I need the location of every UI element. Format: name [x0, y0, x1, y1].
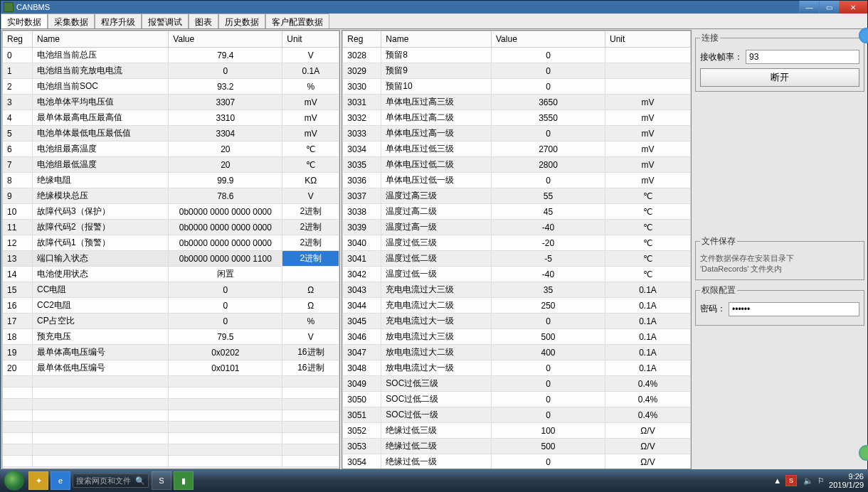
table-row[interactable]: 3034单体电压过低三级2700mV — [343, 141, 691, 157]
disconnect-button[interactable]: 断开 — [700, 68, 859, 87]
tray-icon[interactable]: 🔈 — [803, 476, 813, 486]
table-row[interactable]: 3047放电电流过大二级4000.1A — [343, 345, 691, 360]
table-row-empty[interactable] — [3, 410, 339, 422]
col-value[interactable]: Value — [492, 31, 605, 48]
system-tray[interactable]: ▲ S 🔈 ⚐ 9:26 2019/1/29 — [773, 472, 864, 489]
table-row-empty[interactable] — [3, 456, 339, 467]
table-row-empty[interactable] — [3, 422, 339, 433]
table-row[interactable]: 17CP占空比0% — [3, 314, 339, 329]
col-unit[interactable]: Unit — [282, 31, 339, 48]
close-button[interactable]: ✕ — [839, 1, 867, 14]
pwd-input[interactable] — [729, 302, 859, 316]
table-row[interactable]: 9绝缘模块总压78.6V — [3, 188, 339, 204]
col-unit[interactable]: Unit — [605, 31, 691, 48]
taskbar-app-green[interactable]: ▮ — [174, 471, 194, 490]
tray-icon[interactable]: ▲ — [773, 476, 781, 485]
connection-legend: 连接 — [700, 32, 720, 44]
col-value[interactable]: Value — [169, 31, 282, 48]
table-row[interactable]: 3051SOC过低一级00.4% — [343, 407, 691, 423]
right-grid[interactable]: Reg Name Value Unit 3028预留803029预留903030… — [342, 31, 691, 469]
left-grid[interactable]: Reg Name Value Unit 0电池组当前总压79.4V1电池组当前充… — [2, 31, 339, 469]
table-row[interactable]: 3039温度过高一级-40℃ — [343, 220, 691, 235]
table-row-empty[interactable] — [3, 433, 339, 444]
table-row-empty[interactable] — [3, 444, 339, 456]
col-name[interactable]: Name — [33, 31, 169, 48]
table-row[interactable]: 8绝缘电阻99.9KΩ — [3, 173, 339, 188]
col-reg[interactable]: Reg — [3, 31, 33, 48]
table-row[interactable]: 3049SOC过低三级00.4% — [343, 376, 691, 392]
table-row[interactable]: 0电池组当前总压79.4V — [3, 48, 339, 63]
tray-icon-red[interactable]: S — [785, 475, 797, 486]
table-row[interactable]: 12故障代码1（预警）0b0000 0000 0000 00002进制 — [3, 235, 339, 251]
tab-5[interactable]: 历史数据 — [218, 14, 265, 28]
table-row[interactable]: 3035单体电压过低二级2800mV — [343, 157, 691, 173]
rate-label: 接收帧率： — [700, 51, 743, 63]
filesave-note2: 'DataRecords' 文件夹内 — [700, 264, 859, 274]
rate-input[interactable] — [746, 50, 859, 64]
table-row-empty[interactable] — [3, 387, 339, 399]
left-grid-scroll[interactable]: Reg Name Value Unit 0电池组当前总压79.4V1电池组当前充… — [2, 31, 339, 469]
tab-0[interactable]: 实时数据 — [1, 14, 48, 28]
table-row[interactable]: 3052绝缘过低三级100Ω/V — [343, 423, 691, 439]
table-row[interactable]: 6电池组最高温度20℃ — [3, 141, 339, 157]
table-row-empty[interactable] — [3, 399, 339, 410]
right-grid-scroll[interactable]: Reg Name Value Unit 3028预留803029预留903030… — [342, 31, 691, 469]
table-row[interactable]: 3028预留80 — [343, 48, 691, 63]
taskbar-app-sogou[interactable]: S — [152, 471, 171, 490]
taskbar[interactable]: ✦ e 搜索网页和文件 🔍 S ▮ ▲ S 🔈 ⚐ 9:26 2019/1/29 — [0, 469, 868, 492]
taskbar-browser[interactable]: e — [51, 471, 70, 490]
col-reg[interactable]: Reg — [343, 31, 381, 48]
table-row[interactable]: 7电池组最低温度20℃ — [3, 157, 339, 173]
tab-3[interactable]: 报警调试 — [142, 14, 189, 28]
start-button[interactable] — [4, 471, 24, 491]
table-row[interactable]: 3032单体电压过高二级3550mV — [343, 110, 691, 126]
table-row[interactable]: 16CC2电阻0Ω — [3, 298, 339, 314]
table-row[interactable]: 3030预留100 — [343, 79, 691, 95]
table-row[interactable]: 14电池使用状态闲置 — [3, 267, 339, 282]
tab-6[interactable]: 客户配置数据 — [265, 14, 329, 28]
table-row[interactable]: 3053绝缘过低二级500Ω/V — [343, 439, 691, 454]
table-row[interactable]: 3046放电电流过大三级5000.1A — [343, 329, 691, 345]
table-row[interactable]: 5电池单体最低电压最低值3304mV — [3, 126, 339, 141]
table-row[interactable]: 13端口输入状态0b0000 0000 0000 11002进制 — [3, 251, 339, 267]
table-row[interactable]: 10故障代码3（保护）0b0000 0000 0000 00002进制 — [3, 204, 339, 220]
table-row-empty[interactable] — [3, 376, 339, 387]
table-row[interactable]: 19最单体高电压编号0x020216进制 — [3, 345, 339, 360]
table-row[interactable]: 3048放电电流过大一级00.1A — [343, 360, 691, 376]
taskbar-item[interactable]: ✦ — [28, 471, 48, 490]
titlebar[interactable]: CANBMS — ▭ ✕ — [1, 1, 867, 14]
table-row[interactable]: 3042温度过低一级-40℃ — [343, 267, 691, 282]
table-row[interactable]: 3033单体电压过高一级0mV — [343, 126, 691, 141]
table-row[interactable]: 3044充电电流过大二级2500.1A — [343, 298, 691, 314]
tab-1[interactable]: 采集数据 — [48, 14, 95, 28]
table-row[interactable]: 15CC电阻0Ω — [3, 282, 339, 298]
table-row[interactable]: 3037温度过高三级55℃ — [343, 188, 691, 204]
table-row[interactable]: 3029预留90 — [343, 63, 691, 79]
table-row[interactable]: 3043充电电流过大三级350.1A — [343, 282, 691, 298]
table-row[interactable]: 20最单体低电压编号0x010116进制 — [3, 360, 339, 376]
table-row[interactable]: 3038温度过高二级45℃ — [343, 204, 691, 220]
table-row[interactable]: 3050SOC过低二级00.4% — [343, 392, 691, 407]
table-row[interactable]: 4最单体最高电压最高值3310mV — [3, 110, 339, 126]
table-row[interactable]: 3045充电电流过大一级00.1A — [343, 314, 691, 329]
filesave-legend: 文件保存 — [700, 235, 737, 247]
table-row[interactable]: 3电池单体平均电压值3307mV — [3, 95, 339, 110]
table-row[interactable]: 3040温度过低三级-20℃ — [343, 235, 691, 251]
tray-icon[interactable]: ⚐ — [817, 476, 825, 486]
maximize-button[interactable]: ▭ — [819, 1, 839, 14]
table-row[interactable]: 3036单体电压过低一级0mV — [343, 173, 691, 188]
taskbar-search[interactable]: 搜索网页和文件 🔍 — [73, 474, 149, 488]
tab-2[interactable]: 程序升级 — [95, 14, 142, 28]
col-name[interactable]: Name — [381, 31, 492, 48]
table-row[interactable]: 3054绝缘过低一级0Ω/V — [343, 454, 691, 469]
table-row[interactable]: 18预充电压79.5V — [3, 329, 339, 345]
table-row[interactable]: 3031单体电压过高三级3650mV — [343, 95, 691, 110]
table-row[interactable]: 1电池组当前充放电电流00.1A — [3, 63, 339, 79]
table-row[interactable]: 11故障代码2（报警）0b0000 0000 0000 00002进制 — [3, 220, 339, 235]
table-row[interactable]: 2电池组当前SOC93.2% — [3, 79, 339, 95]
tab-4[interactable]: 图表 — [189, 14, 218, 28]
filesave-note1: 文件数据保存在安装目录下 — [700, 253, 859, 264]
table-row-empty[interactable] — [3, 467, 339, 469]
table-row[interactable]: 3041温度过低二级-5℃ — [343, 251, 691, 267]
minimize-button[interactable]: — — [799, 1, 819, 14]
